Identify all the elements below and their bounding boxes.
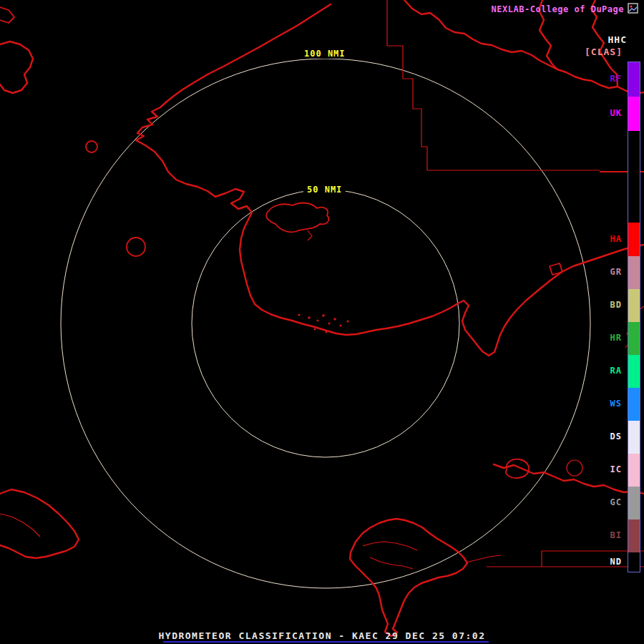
radar-map-canvas bbox=[0, 0, 644, 644]
footer-underline bbox=[163, 641, 489, 643]
colorbar-band-bi bbox=[628, 519, 640, 552]
colorbar-label-gc: GC bbox=[610, 497, 622, 507]
delta-outline bbox=[350, 519, 467, 636]
colorbar-band-ha bbox=[628, 223, 640, 256]
radar-display: 100 NMI 50 NMI NEXLAB-College of DuPage … bbox=[0, 0, 644, 644]
circle-feature-west bbox=[127, 238, 145, 256]
circle-feature-northwest bbox=[86, 141, 97, 152]
colorbar-band-bd bbox=[628, 289, 640, 322]
peninsula-outline bbox=[550, 263, 562, 275]
colorbar-band-ic bbox=[628, 454, 640, 487]
colorbar-band-ra bbox=[628, 355, 640, 388]
colorbar-band-ws bbox=[628, 388, 640, 421]
brand-watermark: NEXLAB-College of DuPage bbox=[492, 4, 624, 14]
colorbar-label-ha: HA bbox=[610, 234, 622, 244]
badge-icon bbox=[628, 3, 638, 14]
colorbar-label-bd: BD bbox=[610, 300, 622, 310]
colorbar-label-hr: HR bbox=[610, 333, 622, 343]
lake-inlet bbox=[308, 230, 312, 240]
colorbar-band-gr bbox=[628, 256, 640, 289]
colorbar-label-ws: WS bbox=[610, 399, 622, 409]
colorbar-label-uk: UK bbox=[610, 108, 622, 118]
coastline-path bbox=[136, 4, 644, 356]
colorbar-label-rf: RF bbox=[610, 74, 622, 84]
county-boundary-line bbox=[387, 0, 600, 170]
range-ring-50nmi bbox=[192, 190, 459, 457]
colorbar-label-ic: IC bbox=[610, 464, 622, 474]
product-mode-label: [CLAS] bbox=[585, 47, 623, 57]
colorbar-label-gr: GR bbox=[610, 267, 622, 277]
left-top-island-1 bbox=[0, 42, 33, 93]
colorbar-label-ra: RA bbox=[610, 366, 622, 376]
lake-outline bbox=[266, 203, 328, 233]
delta-detail-2 bbox=[370, 557, 413, 569]
left-top-island-2 bbox=[0, 7, 14, 23]
product-code-label: HHC bbox=[608, 34, 627, 45]
small-lake-southeast bbox=[506, 459, 529, 478]
colorbar bbox=[628, 62, 640, 572]
circle-feature-southeast bbox=[567, 460, 582, 476]
colorbar-band-hr bbox=[628, 322, 640, 355]
delta-detail-1 bbox=[363, 542, 417, 550]
colorbar-band-gap bbox=[628, 131, 640, 223]
delta-connector bbox=[466, 555, 501, 562]
range-ring-label-50nmi: 50 NMI bbox=[303, 185, 346, 195]
colorbar-band-rf bbox=[628, 62, 640, 97]
colorbar-band-ds bbox=[628, 421, 640, 454]
range-ring-label-100nmi: 100 NMI bbox=[301, 49, 349, 59]
left-bottom-detail bbox=[0, 514, 40, 537]
left-bottom-shore bbox=[0, 489, 79, 558]
colorbar-band-nd bbox=[628, 552, 640, 572]
colorbar-band-uk bbox=[628, 97, 640, 131]
colorbar-label-nd: ND bbox=[610, 557, 622, 567]
colorbar-label-bi: BI bbox=[610, 530, 622, 540]
colorbar-label-ds: DS bbox=[610, 431, 622, 441]
colorbar-band-gc bbox=[628, 487, 640, 519]
product-title: HYDROMETEOR CLASSIFICATION - KAEC 29 DEC… bbox=[0, 630, 644, 641]
